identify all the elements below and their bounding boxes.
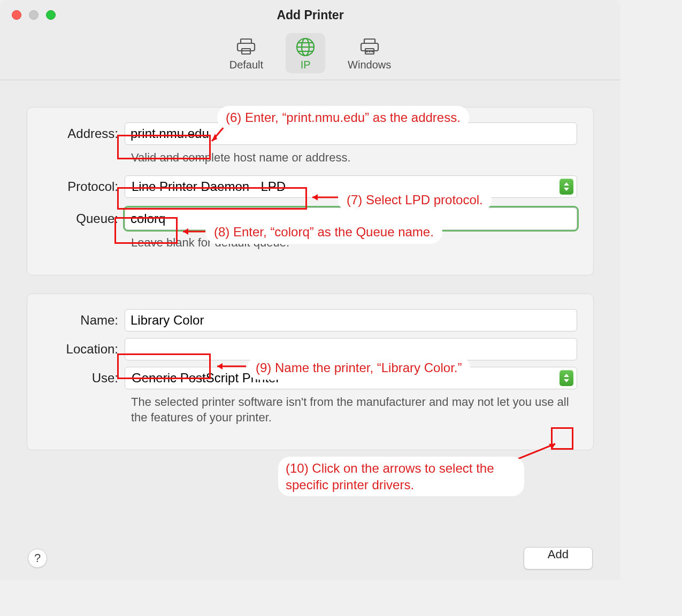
- tab-windows-label: Windows: [348, 59, 391, 71]
- svg-point-11: [366, 51, 367, 52]
- svg-rect-1: [237, 43, 255, 51]
- footer: ? Add: [0, 547, 620, 569]
- tab-ip[interactable]: IP: [286, 33, 325, 73]
- tab-ip-label: IP: [301, 59, 311, 71]
- annotation-text: (6) Enter, “print.nmu.edu” as the addres…: [219, 108, 467, 127]
- location-input[interactable]: [125, 338, 577, 360]
- connection-panel: Address: Valid and complete host name or…: [27, 107, 594, 275]
- annotation-text: (7) Select LPD protocol.: [340, 190, 489, 210]
- tab-default[interactable]: Default: [220, 33, 273, 73]
- windows-printer-icon: [359, 36, 380, 58]
- address-hint: Valid and complete host name or address.: [131, 150, 577, 166]
- window-title: Add Printer: [0, 8, 620, 22]
- address-label: Address:: [43, 126, 125, 141]
- printer-icon: [235, 36, 257, 58]
- use-hint: The selected printer software isn't from…: [131, 395, 577, 425]
- annotation-text: (8) Enter, “colorq” as the Queue name.: [208, 222, 440, 242]
- protocol-value: Line Printer Daemon - LPD: [132, 179, 286, 194]
- svg-rect-0: [241, 39, 251, 43]
- tab-windows[interactable]: Windows: [338, 33, 401, 73]
- svg-point-13: [372, 51, 373, 52]
- protocol-label: Protocol:: [43, 179, 125, 194]
- location-label: Location:: [43, 342, 125, 357]
- help-button[interactable]: ?: [28, 549, 47, 568]
- globe-icon: [295, 36, 316, 58]
- svg-point-12: [369, 51, 370, 52]
- annotation-text: (9) Name the printer, “Library Color.”: [249, 358, 468, 378]
- titlebar: Add Printer: [0, 0, 620, 30]
- add-button[interactable]: Add: [524, 547, 593, 569]
- tab-default-label: Default: [229, 59, 263, 71]
- chevron-updown-icon[interactable]: [560, 179, 573, 195]
- chevron-updown-icon[interactable]: [560, 370, 573, 386]
- svg-rect-8: [364, 39, 375, 43]
- toolbar: Default IP Windows: [0, 30, 620, 80]
- svg-rect-9: [361, 43, 378, 51]
- use-label: Use:: [43, 371, 125, 386]
- name-input[interactable]: [125, 309, 577, 332]
- name-label: Name:: [43, 313, 125, 328]
- queue-label: Queue:: [43, 211, 125, 226]
- annotation-text: (10) Click on the arrows to select the s…: [278, 457, 524, 496]
